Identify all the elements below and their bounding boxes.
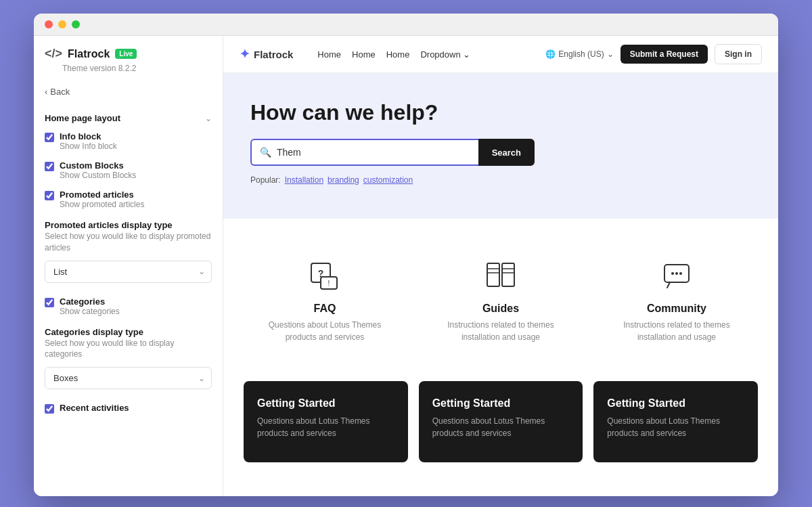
categories-item: Categories Show categories (45, 296, 212, 316)
dropdown-chevron-icon: ⌄ (463, 49, 470, 60)
back-link[interactable]: ‹ Back (45, 84, 212, 100)
nav-right: 🌐 English (US) ⌄ Submit a Request Sign i… (545, 44, 762, 64)
guides-title: Guides (482, 303, 519, 315)
faq-icon: ? ! (306, 257, 344, 294)
guides-description: Instructions related to themes installat… (440, 319, 562, 343)
info-block-checkbox[interactable] (45, 133, 54, 142)
sidebar: </> Flatrock Live Theme version 8.2.2 ‹ … (34, 36, 223, 496)
search-icon: 🔍 (260, 147, 271, 158)
custom-blocks-label: Custom Blocks (60, 160, 136, 171)
gs-desc-1: Questions about Lotus Themes products an… (257, 415, 394, 439)
close-dot[interactable] (45, 20, 53, 28)
popular-link-installation[interactable]: Installation (285, 175, 323, 185)
hero-section: How can we help? 🔍 Search Popular: Insta… (223, 73, 778, 219)
minimize-dot[interactable] (58, 20, 66, 28)
language-label: English (US) (558, 49, 604, 59)
popular-link-customization[interactable]: customization (363, 175, 413, 185)
promoted-display-select[interactable]: List Grid Carousel (45, 261, 212, 283)
gs-desc-2: Questions about Lotus Themes products an… (432, 415, 570, 439)
hero-title: How can we help? (250, 100, 751, 125)
promoted-display-title: Promoted articles display type (45, 220, 173, 230)
faq-description: Questions about Lotus Themes products an… (264, 319, 386, 343)
maximize-dot[interactable] (72, 20, 80, 28)
getting-started-card-1[interactable]: Getting Started Questions about Lotus Th… (244, 381, 408, 462)
nav-home-2[interactable]: Home (352, 49, 376, 60)
promoted-display-description: Select how you would like to display pro… (45, 231, 212, 254)
community-title: Community (647, 303, 706, 315)
svg-rect-4 (487, 263, 499, 286)
info-block-sublabel: Show Info block (60, 141, 117, 151)
community-card[interactable]: Community Instructions related to themes… (595, 243, 758, 357)
svg-text:!: ! (328, 280, 330, 287)
popular-link-branding[interactable]: branding (328, 175, 359, 185)
guides-card[interactable]: Guides Instructions related to themes in… (420, 243, 582, 357)
custom-blocks-checkbox[interactable] (45, 162, 54, 171)
promoted-display-select-wrapper: List Grid Carousel ⌄ (45, 261, 212, 283)
browser-chrome (34, 14, 778, 36)
nav-links: Home Home Home Dropdown ⌄ (317, 49, 532, 60)
categories-display-section: Categories display type Select how you w… (45, 326, 212, 390)
svg-point-13 (679, 272, 682, 275)
promoted-display-section: Promoted articles display type Select ho… (45, 219, 212, 283)
recent-activities-checkbox[interactable] (45, 404, 54, 414)
submit-request-button[interactable]: Submit a Request (621, 45, 708, 64)
custom-blocks-item: Custom Blocks Show Custom Blocks (45, 160, 212, 180)
brand-name: Flatrock (254, 49, 293, 60)
main-content: ✦ Flatrock Home Home Home Dropdown ⌄ 🌐 E… (223, 36, 778, 496)
recent-activities-item: Recent activities (45, 403, 212, 414)
promoted-articles-item: Promoted articles Show promoted articles (45, 190, 212, 209)
nav-home-1[interactable]: Home (317, 49, 341, 60)
live-badge: Live (115, 49, 137, 59)
nav-home-3[interactable]: Home (386, 49, 410, 60)
search-button[interactable]: Search (478, 139, 535, 166)
getting-started-section: Getting Started Questions about Lotus Th… (223, 381, 778, 483)
categories-display-select-wrapper: Boxes List Grid ⌄ (45, 367, 212, 389)
gs-desc-3: Questions about Lotus Themes products an… (607, 415, 744, 439)
promoted-articles-label: Promoted articles (60, 190, 144, 200)
nav-dropdown[interactable]: Dropdown ⌄ (420, 49, 470, 60)
faq-card[interactable]: ? ! FAQ Questions about Lotus Themes pro… (244, 243, 406, 357)
categories-checkbox[interactable] (45, 298, 54, 307)
categories-display-description: Select how you would like to display cat… (45, 338, 212, 361)
globe-icon: 🌐 (545, 49, 556, 59)
categories-display-select[interactable]: Boxes List Grid (45, 367, 212, 389)
browser-window: </> Flatrock Live Theme version 8.2.2 ‹ … (34, 14, 778, 496)
promoted-articles-checkbox[interactable] (45, 191, 54, 200)
sidebar-header: </> Flatrock Live (45, 47, 212, 61)
search-input-wrapper: 🔍 (250, 139, 478, 166)
sidebar-title: Flatrock (68, 48, 110, 60)
popular-label: Popular: (250, 175, 281, 185)
promoted-articles-sublabel: Show promoted articles (60, 200, 144, 209)
search-input[interactable] (277, 140, 470, 164)
sign-in-button[interactable]: Sign in (715, 44, 762, 64)
language-selector[interactable]: 🌐 English (US) ⌄ (545, 49, 613, 59)
gs-title-3: Getting Started (607, 397, 744, 410)
guides-icon (482, 257, 520, 294)
sidebar-version: Theme version 8.2.2 (62, 64, 212, 73)
categories-sublabel: Show categories (60, 307, 120, 316)
faq-title: FAQ (314, 303, 336, 315)
back-label: Back (50, 87, 70, 97)
categories-label: Categories (60, 296, 120, 307)
brand-icon: ✦ (240, 47, 250, 62)
svg-point-12 (675, 272, 678, 275)
community-icon (658, 257, 696, 294)
browser-content: </> Flatrock Live Theme version 8.2.2 ‹ … (34, 36, 778, 496)
section-home-page-layout: Home page layout ⌄ (45, 113, 212, 123)
info-block-item: Info block Show Info block (45, 131, 212, 151)
navbar: ✦ Flatrock Home Home Home Dropdown ⌄ 🌐 E… (223, 36, 778, 73)
navbar-brand: ✦ Flatrock (240, 47, 293, 62)
popular-links: Popular: Installation branding customiza… (250, 175, 751, 185)
section-home-page-title: Home page layout (45, 113, 120, 123)
recent-activities-label: Recent activities (60, 403, 129, 413)
gs-title-2: Getting Started (432, 397, 570, 410)
search-bar: 🔍 Search (250, 139, 535, 166)
dropdown-label: Dropdown (420, 49, 460, 60)
language-chevron-icon: ⌄ (607, 49, 614, 59)
cards-section: ? ! FAQ Questions about Lotus Themes pro… (223, 219, 778, 381)
getting-started-card-2[interactable]: Getting Started Questions about Lotus Th… (419, 381, 583, 462)
logo-icon: </> (45, 47, 62, 61)
info-block-label: Info block (60, 131, 117, 141)
community-description: Instructions related to themes installat… (616, 319, 738, 343)
getting-started-card-3[interactable]: Getting Started Questions about Lotus Th… (593, 381, 758, 462)
